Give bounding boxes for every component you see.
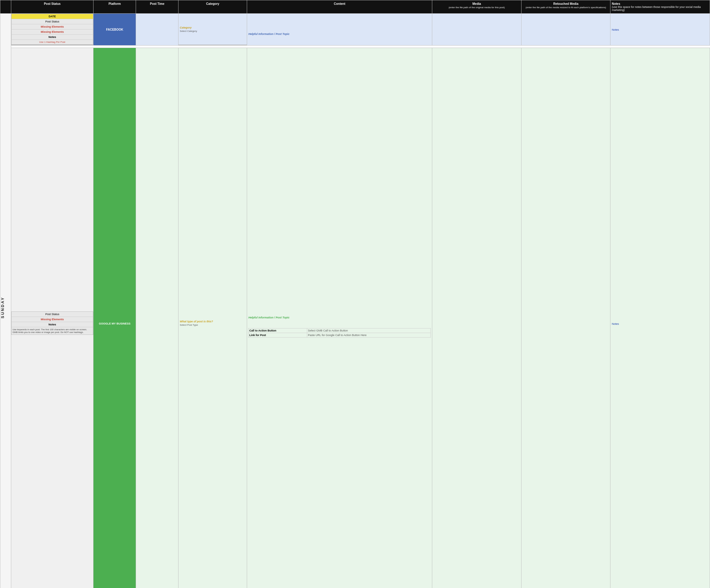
link-value: Paste URL for Google Call to Action Butt… <box>307 333 431 337</box>
google-section: Post Status Missing Elements Notes Use k… <box>0 48 710 588</box>
header-day-col <box>0 0 11 14</box>
fb-missing2: Missing Elements <box>11 29 93 34</box>
header-post-time: Post Time <box>136 0 179 14</box>
fb-notes-right-label: Notes <box>612 28 619 31</box>
google-helpful-info: Helpful Information / Post Topic <box>248 316 431 319</box>
facebook-section: SUNDAY DATE Post Status Missing Elements… <box>0 14 710 45</box>
header-media-sub: (enter the file path of the original med… <box>449 6 505 9</box>
section-sep-1 <box>0 46 710 48</box>
facebook-platform-cell: FACEBOOK <box>94 14 136 46</box>
cta-button-value: Select GMB Call to Action Button <box>307 328 431 333</box>
fb-posttime <box>136 14 179 46</box>
google-post-type-select: Select Post Type <box>180 324 245 326</box>
header-category: Category <box>179 0 247 14</box>
google-post-status: Post Status <box>11 312 93 317</box>
google-retouched-col <box>521 48 611 588</box>
fb-media-col <box>432 14 521 46</box>
sunday-label-1: SUNDAY <box>0 14 5 588</box>
fb-category-select: Select Category <box>180 30 245 32</box>
header-notes: Notes (use this space for notes between … <box>611 0 710 14</box>
fb-post-status: Post Status <box>11 19 93 24</box>
fb-content-col: Helpful Information / Post Topic <box>247 14 432 46</box>
header-media-label: Media <box>472 2 481 5</box>
link-label: Link for Post <box>249 333 307 337</box>
header-retouched-media: Retouched Media (enter the file path of … <box>521 0 611 14</box>
fb-use-hashtag: Use 1 Hashtag Per Post <box>11 40 93 45</box>
google-notes-right: Notes <box>611 48 710 588</box>
date-cell: DATE <box>11 14 93 19</box>
fb-helpful-info: Helpful Information / Post Topic <box>248 32 431 36</box>
header-notes-title: Notes <box>612 2 709 5</box>
google-platform-cell: GOOGLE MY BUSINESS <box>94 48 136 588</box>
cta-button-label: Call to Action Button <box>249 328 307 333</box>
google-media-col <box>432 48 521 588</box>
google-content-col: Helpful Information / Post Topic Call to… <box>247 48 432 588</box>
google-notes-text: Use keywords in each post. The first 100… <box>11 327 93 335</box>
fb-missing1: Missing Elements <box>11 24 93 29</box>
fb-category-col: Category Select Category <box>179 14 247 45</box>
header-media: Media (enter the file path of the origin… <box>432 0 521 14</box>
google-status-col: Post Status Missing Elements Notes Use k… <box>11 48 94 588</box>
fb-notes-right: Notes <box>611 14 710 46</box>
google-post-type-label: What type of post is this? <box>180 320 245 323</box>
header-retouched-label: Retouched Media <box>553 2 578 5</box>
google-notes-label: Notes <box>11 322 93 327</box>
google-notes-right-label: Notes <box>612 322 619 325</box>
fb-notes-label: Notes <box>11 34 93 40</box>
header-post-status: Post Status <box>11 0 94 14</box>
google-category-col: What type of post is this? Select Post T… <box>179 48 247 588</box>
header-content: Content <box>247 0 432 14</box>
header-retouched-sub: (enter the file path of the media resize… <box>525 6 606 9</box>
day-col-facebook: SUNDAY <box>0 14 11 588</box>
facebook-status-col: DATE Post Status Missing Elements Missin… <box>11 14 94 45</box>
header-platform: Platform <box>94 0 136 14</box>
google-posttime <box>136 48 179 588</box>
fb-category-label: Category <box>180 26 245 29</box>
google-missing1: Missing Elements <box>11 317 93 322</box>
fb-retouched-col <box>521 14 611 46</box>
header-notes-sub: (use this space for notes between those … <box>612 5 701 11</box>
